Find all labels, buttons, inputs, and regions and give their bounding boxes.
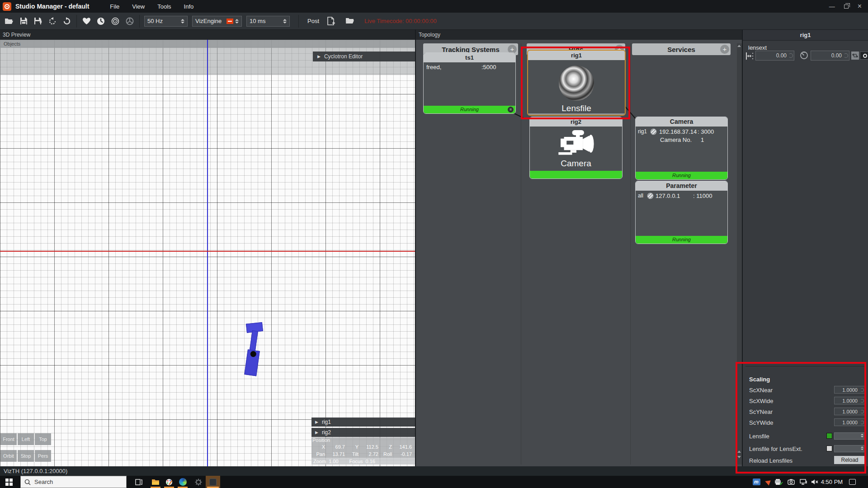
card-parameter-service[interactable]: Parameter all 127.0.0.1 : 11000 Running — [635, 181, 728, 244]
virtual-badge-icon — [647, 192, 654, 201]
add-service-button[interactable]: + — [720, 45, 729, 54]
file-explorer-button[interactable] — [149, 476, 162, 488]
scxwide-field[interactable]: 1.0000 — [834, 397, 865, 404]
search-input[interactable] — [34, 479, 111, 485]
lensfile-ext-checkbox[interactable] — [826, 446, 832, 451]
reset-icon[interactable] — [844, 53, 848, 58]
scxnear-field[interactable]: 1.0000 — [834, 386, 865, 394]
studio-manager-taskbar-button[interactable] — [206, 476, 220, 488]
reset-icon[interactable] — [860, 410, 864, 413]
lensfile-dropdown[interactable] — [834, 432, 865, 440]
lensext-offset1-field[interactable]: 0.00 — [755, 51, 794, 61]
reload-button[interactable]: Reload — [834, 456, 865, 464]
card-ts1[interactable]: ts1 freed, :5000 Running ≡ — [423, 52, 516, 114]
taskbar-clock[interactable]: 4:50 PM — [818, 476, 845, 488]
scynear-field[interactable]: 1.0000 — [834, 408, 865, 415]
settings-app-button[interactable] — [192, 476, 205, 488]
toolbar-separator — [298, 15, 299, 28]
lensfile-checkbox[interactable] — [826, 433, 832, 439]
camera-3d-object[interactable] — [240, 322, 274, 378]
status-bar: VizTH (127.0.0.1:20000) — [0, 466, 868, 476]
reset-icon[interactable] — [788, 53, 793, 58]
notification-center-icon[interactable] — [849, 479, 856, 485]
tray-printer[interactable]: ✓ — [772, 476, 784, 488]
scxwide-label: ScXWide — [749, 398, 773, 404]
lensext-offset2-field[interactable]: 0.00 — [811, 51, 849, 61]
rig1-card-header[interactable]: rig1 — [528, 51, 625, 60]
open-folder-button[interactable] — [2, 14, 16, 28]
scroll-up-icon[interactable] — [737, 450, 741, 453]
preview-viewport[interactable]: Objects ▶ Cyclotron Editor Front Left To… — [0, 40, 415, 466]
rotate-ccw-icon[interactable] — [45, 14, 60, 28]
card-rig1[interactable]: rig1 Lensfile — [527, 50, 626, 116]
menu-info[interactable]: Info — [184, 3, 194, 10]
new-document-icon[interactable] — [324, 14, 338, 28]
spinner-icon[interactable] — [181, 19, 184, 23]
view-pers-button[interactable]: Pers — [35, 450, 51, 462]
edge-browser-button[interactable] — [176, 476, 189, 488]
view-top-button[interactable]: Top — [35, 433, 51, 445]
camera-icon — [530, 129, 622, 160]
close-icon[interactable]: × — [858, 2, 862, 10]
clock-icon[interactable] — [94, 14, 108, 28]
taskbar-search[interactable] — [20, 476, 127, 488]
tray-network[interactable] — [797, 476, 809, 488]
start-button[interactable] — [0, 476, 18, 488]
scroll-up-icon[interactable] — [737, 45, 741, 47]
ts1-card-header[interactable]: ts1 — [424, 53, 515, 62]
engine-select[interactable]: VizEngine — [192, 16, 242, 27]
card-menu-icon[interactable]: ≡ — [508, 107, 514, 113]
scroll-down-icon[interactable] — [737, 456, 741, 458]
menu-file[interactable]: File — [110, 3, 119, 10]
spinner-icon[interactable] — [861, 446, 863, 450]
shutter-icon[interactable] — [123, 14, 137, 28]
scywide-field[interactable]: 1.0000 — [834, 418, 865, 426]
swap-button[interactable] — [851, 52, 859, 60]
expand-arrow-icon[interactable]: ▶ — [317, 54, 321, 59]
save-as-button[interactable] — [31, 14, 45, 28]
camera-status-badge: Running — [636, 172, 727, 179]
camera-card-header[interactable]: Camera — [636, 117, 727, 127]
rig1-overlay-bar[interactable]: ▶ rig1 — [311, 418, 415, 427]
card-camera-service[interactable]: Camera rig1 192.168.37.14 : 3000 Camera … — [635, 117, 728, 180]
restore-icon[interactable] — [844, 5, 849, 9]
parameter-card-header[interactable]: Parameter — [636, 181, 727, 191]
target-icon[interactable] — [108, 14, 123, 28]
save-button[interactable] — [16, 14, 31, 28]
view-left-button[interactable]: Left — [18, 433, 34, 445]
view-orbit-button[interactable]: Orbit — [0, 450, 17, 462]
expand-arrow-icon[interactable]: ▶ — [315, 430, 318, 435]
reset-icon[interactable] — [860, 388, 864, 392]
spinner-icon[interactable] — [235, 19, 239, 23]
reset-icon[interactable] — [860, 399, 864, 403]
expand-arrow-icon[interactable]: ▶ — [315, 420, 318, 424]
card-rig2[interactable]: rig2 Camera — [529, 117, 623, 179]
spinner-icon[interactable] — [283, 19, 287, 23]
topology-scrollbar[interactable] — [737, 43, 742, 465]
menu-tools[interactable]: Tools — [157, 3, 171, 10]
x-value: 69.7 — [325, 444, 345, 450]
reset-icon[interactable] — [860, 421, 864, 424]
rig2-overlay-bar[interactable]: ▶ rig2 — [311, 428, 415, 437]
menu-view[interactable]: View — [132, 3, 145, 10]
favorite-heart-icon[interactable] — [79, 14, 94, 28]
circle-mode-button[interactable] — [860, 52, 868, 60]
post-folder-icon[interactable] — [343, 14, 357, 28]
view-front-button[interactable]: Front — [0, 433, 17, 445]
task-view-button[interactable] — [132, 476, 145, 488]
lensfile-icon — [559, 66, 594, 101]
tray-arrow-app[interactable] — [762, 476, 772, 488]
paint-app-button[interactable] — [163, 476, 175, 488]
cyclotron-editor-bar[interactable]: ▶ Cyclotron Editor — [313, 52, 415, 61]
network-icon — [800, 479, 807, 485]
tray-capture[interactable] — [786, 476, 797, 488]
view-stop-button[interactable]: Stop — [18, 450, 34, 462]
refresh-icon[interactable] — [60, 14, 74, 28]
delay-select[interactable]: 10 ms — [246, 16, 290, 27]
spinner-icon[interactable] — [861, 434, 863, 437]
minimize-icon[interactable]: — — [829, 3, 835, 10]
rig2-card-header[interactable]: rig2 — [530, 117, 622, 127]
tray-m-app[interactable]: m — [750, 476, 762, 488]
lensfile-ext-dropdown[interactable] — [834, 445, 865, 452]
frequency-select[interactable]: 50 Hz — [144, 16, 188, 27]
